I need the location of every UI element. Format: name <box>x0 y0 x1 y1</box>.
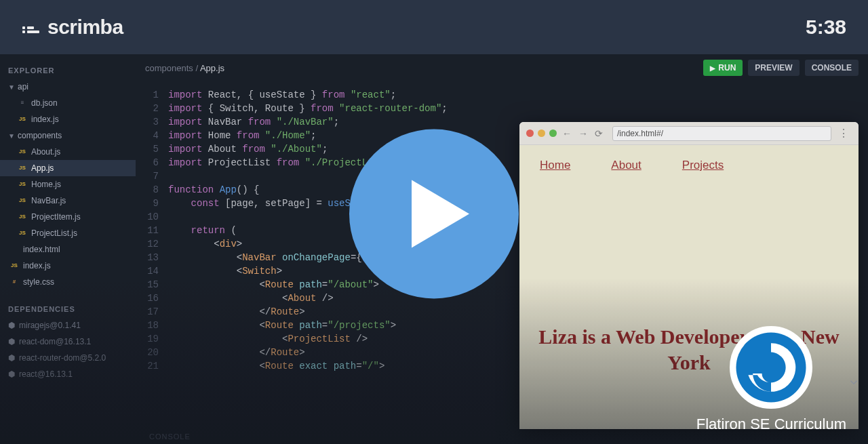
file-type-icon: JS <box>18 229 27 237</box>
dependency-item[interactable]: ⬢react-dom@16.13.1 <box>0 334 136 350</box>
file-type-icon: JS <box>18 164 27 171</box>
file-item[interactable]: JSindex.js <box>0 111 136 127</box>
line-number: 19 <box>136 332 168 346</box>
breadcrumb-current: App.js <box>200 63 224 73</box>
line-number: 12 <box>136 237 168 251</box>
play-triangle-icon <box>412 180 469 247</box>
breadcrumb-path: components / <box>145 63 200 73</box>
header: scrimba 5:38 <box>0 0 868 54</box>
line-number: 6 <box>136 156 168 169</box>
url-bar[interactable]: /index.html#/ <box>612 126 831 141</box>
sidebar: EXPLORER ▼api≡db.jsonJSindex.js▼componen… <box>0 54 136 444</box>
presenter: Flatiron SE Curriculum <box>696 326 846 433</box>
file-type-icon: JS <box>9 262 19 269</box>
presenter-name: Flatiron SE Curriculum <box>696 416 846 433</box>
line-number: 11 <box>136 224 168 237</box>
package-icon: ⬢ <box>8 321 15 330</box>
file-item[interactable]: JSNavBar.js <box>0 193 136 209</box>
caret-down-icon: ▼ <box>8 132 14 140</box>
file-item[interactable]: ≡db.json <box>0 95 136 111</box>
browser-chrome: ← → ⟳ /index.html#/ ⋮ <box>519 122 859 145</box>
console-button[interactable]: CONSOLE <box>805 60 859 76</box>
package-icon: ⬢ <box>8 337 15 346</box>
nav-projects[interactable]: Projects <box>682 159 724 172</box>
file-type-icon: # <box>9 278 19 285</box>
line-number: 20 <box>136 346 168 359</box>
nav-home[interactable]: Home <box>540 159 570 172</box>
kebab-icon[interactable]: ⋮ <box>835 127 852 140</box>
svg-rect-2 <box>22 26 25 29</box>
explorer-heading: EXPLORER <box>0 62 136 79</box>
file-type-icon: JS <box>18 197 27 204</box>
play-icon: ▶ <box>710 64 715 72</box>
file-item[interactable]: JSindex.js <box>0 258 136 274</box>
preview-button[interactable]: PREVIEW <box>748 60 799 76</box>
line-number: 15 <box>136 278 168 291</box>
line-number: 17 <box>136 305 168 319</box>
avatar[interactable] <box>730 326 812 409</box>
line-number: 13 <box>136 251 168 264</box>
file-type-icon: JS <box>18 115 27 123</box>
play-video-button[interactable] <box>349 129 519 298</box>
file-item[interactable]: index.html <box>0 241 136 258</box>
folder-components[interactable]: ▼components <box>0 127 136 144</box>
dependency-item[interactable]: ⬢miragejs@0.1.41 <box>0 317 136 334</box>
dependency-item[interactable]: ⬢react@16.13.1 <box>0 366 136 382</box>
line-number: 3 <box>136 115 168 129</box>
run-button[interactable]: ▶RUN <box>703 60 743 76</box>
caret-down-icon: ▼ <box>8 83 14 91</box>
file-item[interactable]: JSProjectList.js <box>0 225 136 241</box>
line-number: 18 <box>136 319 168 332</box>
reload-icon[interactable]: ⟳ <box>593 128 604 139</box>
chevron-down-icon[interactable] <box>848 376 860 391</box>
line-number: 1 <box>136 88 168 102</box>
code-line: 2import { Switch, Route } from "react-ro… <box>136 102 868 115</box>
line-number: 14 <box>136 264 168 278</box>
file-item[interactable]: JSProjectItem.js <box>0 209 136 225</box>
window-close-icon[interactable] <box>526 129 534 137</box>
line-number: 21 <box>136 359 168 373</box>
svg-rect-0 <box>22 31 25 33</box>
dependency-item[interactable]: ⬢react-router-dom@5.2.0 <box>0 350 136 366</box>
window-max-icon[interactable] <box>549 129 557 137</box>
back-icon[interactable]: ← <box>561 128 573 139</box>
deps-heading: DEPENDENCIES <box>0 301 136 317</box>
breadcrumb: components / App.js <box>145 63 224 73</box>
file-type-icon: ≡ <box>18 99 27 106</box>
line-number: 5 <box>136 142 168 156</box>
svg-rect-3 <box>27 31 39 33</box>
nav-links: Home About Projects <box>519 145 859 186</box>
file-type-icon: JS <box>18 180 27 188</box>
line-number: 8 <box>136 183 168 197</box>
file-item[interactable]: JSHome.js <box>0 176 136 193</box>
line-number: 2 <box>136 102 168 115</box>
logo[interactable]: scrimba <box>22 16 123 39</box>
line-number: 16 <box>136 291 168 305</box>
svg-rect-1 <box>27 26 34 29</box>
logo-text: scrimba <box>47 16 123 39</box>
line-number: 9 <box>136 197 168 210</box>
topbar: components / App.js ▶RUN PREVIEW CONSOLE <box>136 54 868 81</box>
file-item[interactable]: JSApp.js <box>0 160 136 176</box>
line-number: 7 <box>136 169 168 183</box>
file-item[interactable]: #style.css <box>0 274 136 290</box>
code-line: 1import React, { useState } from "react"… <box>136 88 868 102</box>
logo-icon <box>22 20 41 35</box>
package-icon: ⬢ <box>8 369 15 379</box>
file-type-icon: JS <box>18 148 27 155</box>
file-type-icon: JS <box>18 213 27 220</box>
action-buttons: ▶RUN PREVIEW CONSOLE <box>703 60 859 76</box>
nav-about[interactable]: About <box>611 159 641 172</box>
forward-icon[interactable]: → <box>577 128 589 139</box>
folder-api[interactable]: ▼api <box>0 79 136 95</box>
file-item[interactable]: JSAbout.js <box>0 144 136 160</box>
line-number: 10 <box>136 210 168 224</box>
video-time: 5:38 <box>806 16 846 39</box>
package-icon: ⬢ <box>8 353 15 363</box>
line-number: 4 <box>136 129 168 142</box>
window-min-icon[interactable] <box>538 129 545 137</box>
